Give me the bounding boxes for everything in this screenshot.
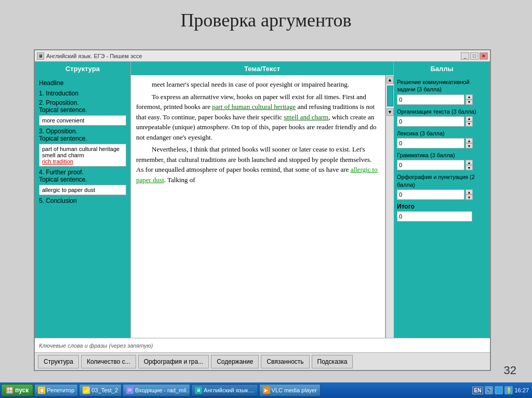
taskbar-icon-2: ✉ <box>126 387 134 394</box>
score-spinner-4: ▲ ▼ <box>466 189 473 200</box>
toolbar-btn-content[interactable]: Содержание <box>211 355 259 368</box>
page-number: 32 <box>504 364 516 377</box>
taskbar-label-1: 03_Test_2 <box>91 387 118 393</box>
sidebar-section-5: 5. Conclusion <box>39 197 126 204</box>
score-spinner-2: ▲ ▼ <box>466 138 473 148</box>
score-section-2: Лексика (3 балла) ▲ ▼ <box>397 130 487 148</box>
taskbar-label-3: Английский язык.... <box>204 387 255 393</box>
taskbar-item-2[interactable]: ✉ Входящие - rad_mil... <box>123 384 190 396</box>
score-input-2[interactable] <box>397 138 464 148</box>
toolbar-btn-spelling[interactable]: Орфография и гра... <box>138 355 209 368</box>
sidebar-box-3[interactable]: part of human cultural heritage smell an… <box>39 144 126 167</box>
sidebar-section-5-title: 5. Conclusion <box>39 197 126 204</box>
taskbar-label-0: Репетитор <box>47 387 74 393</box>
sidebar-section-1: 1. Introduction <box>39 90 126 97</box>
sidebar-section-2: 2. Proposition.Topical sentence. more co… <box>39 99 126 126</box>
highlight-heritage: part of human cultural heritage <box>212 103 296 111</box>
sidebar-red-text: rich tradition <box>42 158 73 164</box>
spinner-down-3[interactable]: ▼ <box>466 165 473 170</box>
itogo-input[interactable] <box>397 211 472 222</box>
maximize-button[interactable]: □ <box>470 52 478 60</box>
spinner-down-4[interactable]: ▼ <box>466 195 473 200</box>
toolbar-btn-hint[interactable]: Подсказка <box>312 355 353 368</box>
tray-icon-battery: 🔋 <box>504 386 513 394</box>
toolbar-btn-count[interactable]: Количество с... <box>81 355 136 368</box>
content-area: Headline 1. Introduction 2. Proposition.… <box>35 75 490 338</box>
taskbar-item-4[interactable]: ▶ VLC media player <box>259 384 321 396</box>
score-input-row-1: ▲ ▼ <box>397 116 487 127</box>
score-section-0: Решение коммуникативной задачи (3 балла)… <box>397 78 487 105</box>
itogo-section: Итого <box>397 203 487 222</box>
score-label-3: Грамматика (3 балла) <box>397 152 487 159</box>
taskbar-icon-4: ▶ <box>263 387 270 394</box>
spinner-up-0[interactable]: ▲ <box>466 94 473 100</box>
main-text-area[interactable]: meet learner's special needs in case of … <box>131 75 385 338</box>
score-input-3[interactable] <box>397 160 464 170</box>
start-label: пуск <box>15 387 29 394</box>
sidebar-section-3-title: 3. Opposition.Topical sentence. <box>39 128 126 142</box>
taskbar-icon-0: 📋 <box>38 387 45 394</box>
toolbar-btn-structure[interactable]: Структура <box>38 355 79 368</box>
sidebar-box-4[interactable]: allergic to paper dust <box>39 185 126 195</box>
window-titlebar: 🖥 Английский язык. ЕГЭ - Пишем эссе _ □ … <box>35 50 490 62</box>
scroll-up-button[interactable]: ▲ <box>387 76 394 84</box>
spinner-up-1[interactable]: ▲ <box>466 116 473 121</box>
spinner-down-0[interactable]: ▼ <box>466 100 473 105</box>
taskbar-tray: EN 🔊 🌐 🔋 16:27 <box>470 384 531 396</box>
score-label-1: Организация текста (3 балла) <box>397 108 487 115</box>
tray-icon-network: 🌐 <box>495 386 503 394</box>
toolbar-btn-coherence[interactable]: Связанность <box>261 355 309 368</box>
score-input-1[interactable] <box>397 116 464 127</box>
scores-panel: Решение коммуникативной задачи (3 балла)… <box>394 75 490 338</box>
sidebar-section-3: 3. Opposition.Topical sentence. part of … <box>39 128 126 167</box>
sidebar: Headline 1. Introduction 2. Proposition.… <box>35 75 131 338</box>
scroll-down-button[interactable]: ▼ <box>387 108 394 116</box>
score-input-row-2: ▲ ▼ <box>397 138 487 148</box>
score-section-3: Грамматика (3 балла) ▲ ▼ <box>397 152 487 170</box>
taskbar-item-0[interactable]: 📋 Репетитор <box>34 384 78 396</box>
taskbar-item-3[interactable]: 🖥 Английский язык.... <box>191 384 258 396</box>
score-spinner-1: ▲ ▼ <box>466 116 473 127</box>
taskbar-label-2: Входящие - rad_mil... <box>135 387 190 393</box>
minimize-button[interactable]: _ <box>461 52 469 60</box>
spinner-up-3[interactable]: ▲ <box>466 160 473 165</box>
start-button[interactable]: 🪟 пуск <box>1 384 33 396</box>
spinner-up-2[interactable]: ▲ <box>466 138 473 143</box>
score-input-row-3: ▲ ▼ <box>397 160 487 170</box>
score-input-4[interactable] <box>397 189 464 200</box>
sidebar-item-headline: Headline <box>39 79 126 87</box>
score-section-4: Орфография и пунктуация (2 балла) ▲ ▼ <box>397 173 487 200</box>
text-scrollbar[interactable]: ▲ ▼ <box>385 75 394 338</box>
text-paragraph-1: meet learner's special needs in case of … <box>136 79 380 90</box>
keywords-placeholder: Ключевые слова и фразы (через запятую) <box>39 342 153 349</box>
taskbar-time: 16:27 <box>514 387 529 393</box>
taskbar: 🪟 пуск 📋 Репетитор 📁 03_Test_2 ✉ Входящи… <box>0 382 532 398</box>
scroll-thumb[interactable] <box>387 86 393 106</box>
keywords-bar[interactable]: Ключевые слова и фразы (через запятую) <box>35 338 490 352</box>
window-title-text: Английский язык. ЕГЭ - Пишем эссе <box>46 53 461 59</box>
spinner-down-2[interactable]: ▼ <box>466 143 473 148</box>
highlight-allergic: allergic to paper dust <box>136 166 378 184</box>
tray-icon-sound: 🔊 <box>485 386 493 394</box>
score-section-1: Организация текста (3 балла) ▲ ▼ <box>397 108 487 127</box>
taskbar-icon-3: 🖥 <box>195 387 202 394</box>
taskbar-item-1[interactable]: 📁 03_Test_2 <box>79 384 122 396</box>
highlight-smell: smell and charm <box>284 113 328 121</box>
spinner-down-1[interactable]: ▼ <box>466 121 473 127</box>
taskbar-icon-1: 📁 <box>83 387 90 394</box>
main-window: 🖥 Английский язык. ЕГЭ - Пишем эссе _ □ … <box>34 49 491 371</box>
score-input-row-0: ▲ ▼ <box>397 94 487 105</box>
score-label-0: Решение коммуникативной задачи (3 балла) <box>397 78 487 93</box>
spinner-up-4[interactable]: ▲ <box>466 189 473 195</box>
sidebar-section-1-title: 1. Introduction <box>39 90 126 97</box>
close-button[interactable]: ✕ <box>480 52 488 60</box>
header-structure: Структура <box>35 62 131 75</box>
taskbar-label-4: VLC media player <box>272 387 317 393</box>
page-title: Проверка аргументов <box>0 0 532 36</box>
score-input-0[interactable] <box>397 94 464 105</box>
bottom-toolbar: Структура Количество с... Орфография и г… <box>35 352 490 370</box>
score-spinner-0: ▲ ▼ <box>466 94 473 105</box>
sidebar-box-2[interactable]: more convenient <box>39 115 126 126</box>
text-paragraph-3: Nevertheless, I think that printed books… <box>136 144 380 185</box>
header-tema: Тема/Текст <box>131 62 394 75</box>
